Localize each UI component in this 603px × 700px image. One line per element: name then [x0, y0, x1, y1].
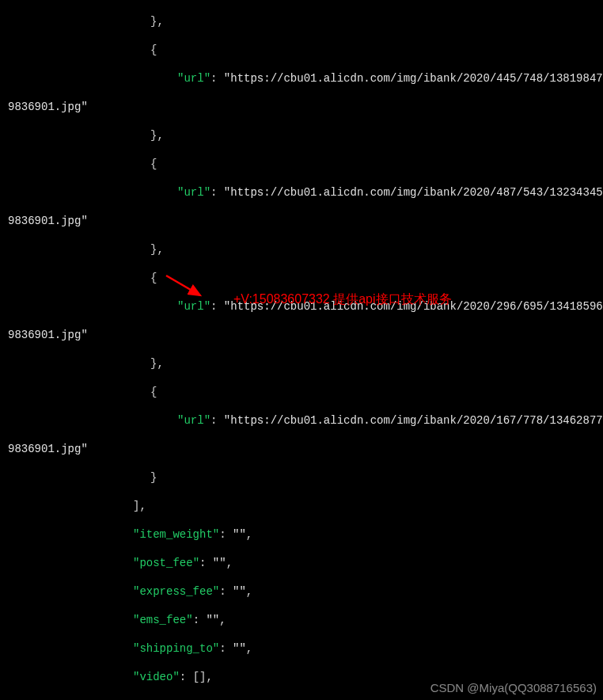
url-value-1b: 9836901.jpg	[8, 215, 81, 227]
json-key-video: video	[139, 671, 173, 683]
json-key-url: url	[184, 186, 203, 199]
json-key-shipping-to: shipping_to	[139, 642, 212, 655]
url-value-0a: https://cbu01.alicdn.com/img/ibank/2020/…	[230, 72, 603, 85]
url-value-2b: 9836901.jpg	[8, 329, 81, 341]
overlay-contact-text: +V:15083607332 提供api接口技术服务	[233, 292, 452, 306]
url-value-1a: https://cbu01.alicdn.com/img/ibank/2020/…	[230, 186, 603, 199]
url-value-3a: https://cbu01.alicdn.com/img/ibank/2020/…	[230, 414, 603, 427]
arrow-icon	[162, 272, 210, 303]
svg-line-0	[166, 276, 200, 295]
json-key-url: url	[184, 72, 203, 85]
url-value-0b: 9836901.jpg	[8, 101, 81, 113]
json-key-item-weight: item_weight	[139, 528, 212, 541]
json-key-post-fee: post_fee	[139, 557, 192, 569]
csdn-watermark: CSDN @Miya(QQ3088716563)	[430, 681, 597, 695]
json-key-express-fee: express_fee	[139, 585, 212, 598]
json-key-url: url	[184, 414, 203, 427]
json-key-ems-fee: ems_fee	[139, 614, 186, 626]
url-value-3b: 9836901.jpg	[8, 443, 81, 455]
json-code-block: }, { "url": "https://cbu01.alicdn.com/im…	[0, 0, 603, 700]
